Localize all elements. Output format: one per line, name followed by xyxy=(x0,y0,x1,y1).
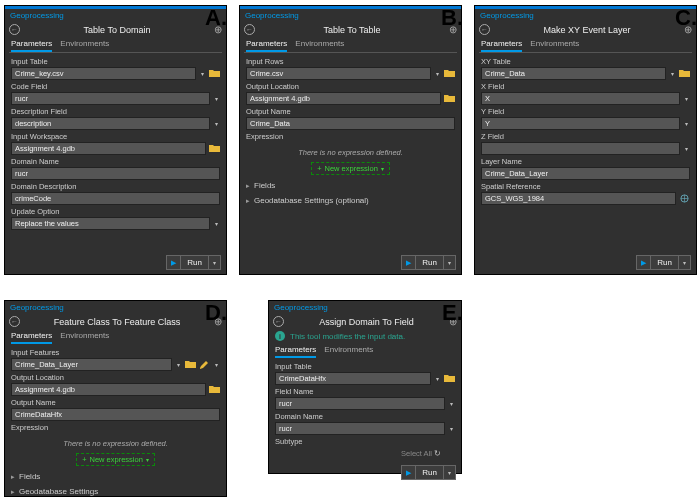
refresh-icon[interactable]: ↻ xyxy=(434,449,441,458)
output-name-field[interactable] xyxy=(11,408,220,421)
chevron-right-icon: ▸ xyxy=(11,488,15,496)
input-features-field[interactable] xyxy=(11,358,172,371)
chevron-down-icon[interactable]: ▾ xyxy=(212,361,220,368)
run-label: Run xyxy=(415,256,444,269)
chevron-down-icon[interactable]: ▾ xyxy=(433,70,441,77)
panel-label-b: B. xyxy=(441,5,463,31)
domain-name-field[interactable] xyxy=(11,167,220,180)
domain-description-field[interactable] xyxy=(11,192,220,205)
app-title: Geoprocessing xyxy=(5,9,226,22)
y-field[interactable] xyxy=(481,117,680,130)
select-all-link[interactable]: Select All ↻ xyxy=(275,449,455,458)
z-field[interactable] xyxy=(481,142,680,155)
code-field[interactable] xyxy=(11,92,210,105)
back-icon[interactable]: ← xyxy=(479,24,490,35)
tabs: Parameters Environments xyxy=(269,343,461,358)
app-title: Geoprocessing xyxy=(240,9,461,22)
z-field-label: Z Field xyxy=(481,132,690,141)
chevron-down-icon[interactable]: ▾ xyxy=(212,120,220,127)
description-field[interactable] xyxy=(11,117,210,130)
folder-icon[interactable] xyxy=(208,68,220,80)
chevron-down-icon[interactable]: ▾ xyxy=(682,120,690,127)
back-icon[interactable]: ← xyxy=(244,24,255,35)
app-title: Geoprocessing xyxy=(269,301,461,314)
folder-icon[interactable] xyxy=(443,373,455,385)
input-table-field[interactable] xyxy=(275,372,431,385)
run-button[interactable]: ▶Run▾ xyxy=(166,255,221,270)
chevron-down-icon[interactable]: ▾ xyxy=(447,425,455,432)
geodatabase-settings-section[interactable]: ▸Geodatabase Settings xyxy=(11,487,220,496)
xy-table-field[interactable] xyxy=(481,67,666,80)
panel-make-xy-event-layer: Geoprocessing ← Make XY Event Layer ⊕ Pa… xyxy=(474,5,697,275)
run-button[interactable]: ▶Run▾ xyxy=(401,255,456,270)
domain-name-field[interactable] xyxy=(275,422,445,435)
play-icon: ▶ xyxy=(402,259,415,267)
run-label: Run xyxy=(650,256,679,269)
pencil-icon[interactable] xyxy=(198,359,210,371)
field-name-field[interactable] xyxy=(275,397,445,410)
output-name-field[interactable] xyxy=(246,117,455,130)
x-field[interactable] xyxy=(481,92,680,105)
new-expression-button[interactable]: +New expression▾ xyxy=(311,162,390,175)
chevron-down-icon[interactable]: ▾ xyxy=(682,95,690,102)
input-rows-field[interactable] xyxy=(246,67,431,80)
chevron-down-icon[interactable]: ▾ xyxy=(433,375,441,382)
chevron-right-icon: ▸ xyxy=(11,473,15,481)
chevron-down-icon[interactable]: ▾ xyxy=(444,259,455,266)
output-location-label: Output Location xyxy=(11,373,220,382)
run-button[interactable]: ▶Run▾ xyxy=(636,255,691,270)
tab-environments[interactable]: Environments xyxy=(60,37,109,52)
input-table-field[interactable] xyxy=(11,67,196,80)
tab-parameters[interactable]: Parameters xyxy=(11,37,52,52)
output-location-field[interactable] xyxy=(246,92,441,105)
geodb-label: Geodatabase Settings (optional) xyxy=(254,196,369,205)
tool-title: Make XY Event Layer xyxy=(494,25,680,35)
domain-name-label: Domain Name xyxy=(275,412,455,421)
tab-environments[interactable]: Environments xyxy=(60,329,109,344)
input-table-label: Input Table xyxy=(275,362,455,371)
tab-environments[interactable]: Environments xyxy=(324,343,373,358)
tab-environments[interactable]: Environments xyxy=(530,37,579,52)
y-field-label: Y Field xyxy=(481,107,690,116)
chevron-down-icon[interactable]: ▾ xyxy=(679,259,690,266)
description-field-label: Description Field xyxy=(11,107,220,116)
play-icon: ▶ xyxy=(637,259,650,267)
tab-parameters[interactable]: Parameters xyxy=(481,37,522,52)
chevron-down-icon[interactable]: ▾ xyxy=(668,70,676,77)
back-icon[interactable]: ← xyxy=(9,316,20,327)
panel-table-to-table: Geoprocessing ← Table To Table ⊕ Paramet… xyxy=(239,5,462,275)
fields-section[interactable]: ▸Fields xyxy=(11,472,220,481)
run-button[interactable]: ▶Run▾ xyxy=(401,465,456,480)
chevron-down-icon[interactable]: ▾ xyxy=(198,70,206,77)
folder-icon[interactable] xyxy=(443,93,455,105)
geodatabase-settings-section[interactable]: ▸Geodatabase Settings (optional) xyxy=(246,196,455,205)
folder-icon[interactable] xyxy=(184,359,196,371)
chevron-down-icon[interactable]: ▾ xyxy=(682,145,690,152)
new-expression-button[interactable]: +New expression▾ xyxy=(76,453,155,466)
tab-parameters[interactable]: Parameters xyxy=(246,37,287,52)
tab-environments[interactable]: Environments xyxy=(295,37,344,52)
input-workspace-field[interactable] xyxy=(11,142,206,155)
globe-icon[interactable] xyxy=(678,193,690,205)
tab-parameters[interactable]: Parameters xyxy=(11,329,52,344)
layer-name-field[interactable] xyxy=(481,167,690,180)
back-icon[interactable]: ← xyxy=(273,316,284,327)
no-expression-text: There is no expression defined. xyxy=(11,439,220,448)
update-option-field[interactable] xyxy=(11,217,210,230)
spatial-reference-field[interactable] xyxy=(481,192,676,205)
folder-icon[interactable] xyxy=(208,143,220,155)
chevron-down-icon[interactable]: ▾ xyxy=(447,400,455,407)
folder-icon[interactable] xyxy=(208,384,220,396)
back-icon[interactable]: ← xyxy=(9,24,20,35)
chevron-down-icon[interactable]: ▾ xyxy=(174,361,182,368)
chevron-down-icon[interactable]: ▾ xyxy=(209,259,220,266)
tab-parameters[interactable]: Parameters xyxy=(275,343,316,358)
chevron-down-icon[interactable]: ▾ xyxy=(444,469,455,476)
tool-title: Feature Class To Feature Class xyxy=(24,317,210,327)
folder-icon[interactable] xyxy=(678,68,690,80)
chevron-down-icon[interactable]: ▾ xyxy=(212,220,220,227)
chevron-down-icon[interactable]: ▾ xyxy=(212,95,220,102)
output-location-field[interactable] xyxy=(11,383,206,396)
fields-section[interactable]: ▸Fields xyxy=(246,181,455,190)
folder-icon[interactable] xyxy=(443,68,455,80)
